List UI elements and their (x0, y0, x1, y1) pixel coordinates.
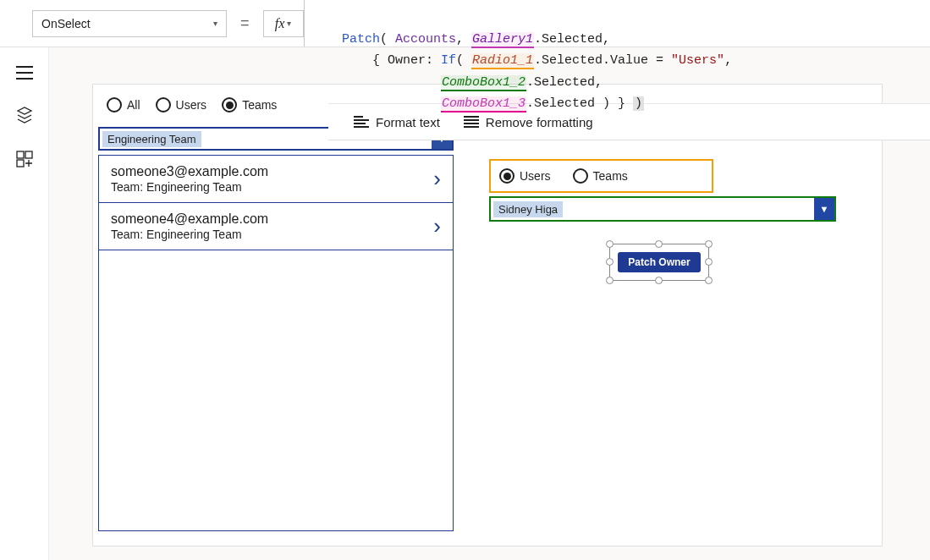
format-text-label: Format text (376, 115, 440, 129)
remove-formatting-button[interactable]: Remove formatting (464, 115, 593, 129)
equals-sign: = (240, 14, 250, 32)
svg-rect-0 (17, 151, 24, 158)
chevron-down-icon: ▼ (814, 198, 834, 220)
radio-icon (499, 168, 515, 184)
radio-icon (222, 97, 237, 113)
resize-handle[interactable] (705, 277, 713, 284)
resize-handle[interactable] (655, 277, 663, 284)
resize-handle[interactable] (606, 240, 614, 248)
resize-handle[interactable] (606, 277, 614, 284)
formula-text[interactable]: Patch( Accounts, Gallery1.Selected, { Ow… (342, 7, 732, 115)
owner-type-radio-group[interactable]: Users Teams (489, 159, 713, 193)
list-item[interactable]: someone4@example.com Team: Engineering T… (99, 203, 453, 250)
user-dropdown[interactable]: Sidney Higa ▼ (489, 196, 836, 222)
list-item[interactable]: someone3@example.com Team: Engineering T… (99, 156, 453, 203)
patch-owner-label: Patch Owner (628, 256, 690, 268)
resize-handle[interactable] (655, 240, 663, 248)
chevron-down-icon: ▾ (213, 19, 217, 28)
patch-owner-button[interactable]: Patch Owner (618, 252, 701, 272)
resize-handle[interactable] (705, 240, 713, 248)
radio-users[interactable]: Users (499, 168, 551, 184)
menu-icon[interactable] (16, 66, 33, 80)
resize-handle[interactable] (705, 258, 713, 266)
radio-all[interactable]: All (107, 97, 140, 113)
chevron-down-icon: ▾ (287, 19, 291, 28)
gallery[interactable]: someone3@example.com Team: Engineering T… (98, 155, 454, 531)
fx-dropdown[interactable]: fx ▾ (263, 10, 304, 37)
svg-rect-1 (25, 151, 32, 158)
chevron-right-icon[interactable]: › (433, 213, 441, 239)
list-item-subtitle: Team: Engineering Team (111, 180, 433, 194)
filter-radio-group[interactable]: All Users Teams (107, 97, 277, 113)
format-text-button[interactable]: Format text (354, 115, 440, 129)
left-rail (0, 47, 49, 560)
chevron-right-icon[interactable]: › (433, 166, 441, 192)
radio-icon (156, 97, 171, 113)
svg-rect-2 (17, 160, 24, 167)
team-dropdown-value: Engineering Team (102, 131, 201, 147)
list-item-title: someone3@example.com (111, 164, 433, 179)
resize-handle[interactable] (606, 258, 614, 266)
radio-icon (107, 97, 122, 113)
list-item-subtitle: Team: Engineering Team (111, 228, 433, 241)
tree-view-icon[interactable] (16, 107, 33, 124)
radio-icon (573, 168, 588, 184)
format-text-icon (354, 116, 369, 128)
fx-icon: fx (275, 16, 285, 31)
property-dropdown[interactable]: OnSelect ▾ (32, 10, 227, 37)
list-item-title: someone4@example.com (111, 211, 433, 227)
radio-teams[interactable]: Teams (573, 168, 628, 184)
remove-formatting-icon (464, 116, 479, 128)
property-name: OnSelect (41, 17, 91, 30)
radio-users[interactable]: Users (156, 97, 207, 113)
remove-formatting-label: Remove formatting (486, 115, 593, 129)
insert-icon[interactable] (16, 151, 33, 167)
radio-teams[interactable]: Teams (222, 97, 277, 113)
user-dropdown-value: Sidney Higa (493, 201, 563, 217)
